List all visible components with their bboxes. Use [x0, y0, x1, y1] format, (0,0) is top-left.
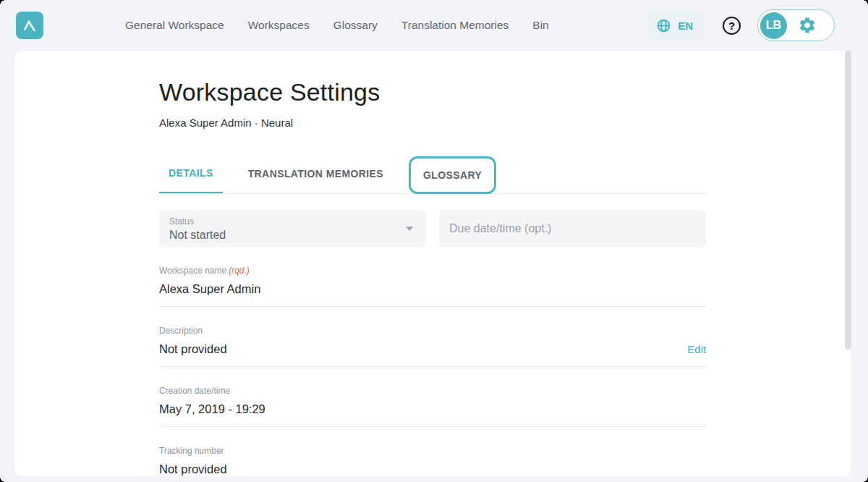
- tab-details[interactable]: DETAILS: [159, 153, 223, 193]
- window-corner: [0, 0, 5, 5]
- window-corner: [863, 477, 868, 482]
- nav-item-workspaces[interactable]: Workspaces: [248, 19, 310, 32]
- gear-icon: [798, 16, 817, 35]
- vertical-scrollbar[interactable]: [845, 51, 851, 350]
- window-corner: [0, 477, 5, 482]
- tracking-number-group: Tracking number Not provided: [159, 446, 706, 476]
- tab-bar: DETAILS TRANSLATION MEMORIES GLOSSARY: [159, 153, 706, 194]
- due-date-field[interactable]: [439, 211, 706, 247]
- description-group: Description Not provided Edit: [159, 326, 706, 367]
- status-select[interactable]: Status Not started: [159, 211, 426, 247]
- tab-glossary[interactable]: GLOSSARY: [414, 169, 491, 181]
- avatar[interactable]: LB: [760, 12, 787, 39]
- creation-date-value: May 7, 2019 - 19:29: [159, 402, 265, 416]
- glossary-tab-highlight-box: GLOSSARY: [409, 156, 496, 194]
- nav-item-glossary[interactable]: Glossary: [333, 19, 378, 32]
- description-value: Not provided: [159, 342, 227, 356]
- help-button[interactable]: ?: [723, 17, 741, 35]
- question-mark-icon: ?: [728, 20, 735, 32]
- avatar-initials: LB: [766, 19, 781, 32]
- description-label: Description: [159, 326, 706, 336]
- status-label: Status: [169, 216, 416, 227]
- lambda-logo-icon: [21, 17, 38, 34]
- required-hint: (rqd.): [229, 266, 250, 276]
- tab-spacer: [223, 153, 239, 193]
- nav-item-general-workspace[interactable]: General Workspace: [125, 19, 224, 32]
- window-corner: [863, 0, 868, 5]
- workspace-name-group: Workspace name(rqd.) Alexa Super Admin: [159, 266, 706, 307]
- language-selector[interactable]: EN: [647, 11, 703, 41]
- page-subtitle: Alexa Super Admin · Neural: [159, 117, 706, 129]
- app-logo[interactable]: [16, 12, 43, 39]
- top-navigation-bar: General Workspace Workspaces Glossary Tr…: [0, 0, 868, 51]
- creation-date-group: Creation date/time May 7, 2019 - 19:29: [159, 386, 706, 427]
- globe-icon: [656, 18, 671, 33]
- page-title: Workspace Settings: [159, 78, 706, 106]
- nav-item-bin[interactable]: Bin: [532, 19, 548, 32]
- status-value: Not started: [169, 229, 416, 242]
- workspace-name-label: Workspace name(rqd.): [159, 266, 706, 276]
- tab-translation-memories[interactable]: TRANSLATION MEMORIES: [239, 153, 393, 193]
- topbar-right-controls: EN ? LB: [647, 9, 835, 41]
- user-menu[interactable]: LB: [757, 9, 835, 41]
- settings-button[interactable]: [798, 16, 817, 35]
- nav-item-translation-memories[interactable]: Translation Memories: [401, 19, 509, 32]
- main-nav: General Workspace Workspaces Glossary Tr…: [125, 19, 549, 32]
- content-card: Workspace Settings Alexa Super Admin · N…: [14, 51, 851, 476]
- creation-date-label: Creation date/time: [159, 386, 706, 396]
- tracking-number-value: Not provided: [159, 462, 227, 476]
- workspace-name-value[interactable]: Alexa Super Admin: [159, 282, 260, 296]
- edit-description-button[interactable]: Edit: [687, 343, 706, 355]
- dropdown-arrow-icon: [406, 227, 413, 231]
- top-fields-row: Status Not started: [159, 211, 706, 247]
- tracking-number-label: Tracking number: [159, 446, 706, 456]
- due-date-input[interactable]: [449, 211, 696, 247]
- language-code: EN: [678, 20, 693, 32]
